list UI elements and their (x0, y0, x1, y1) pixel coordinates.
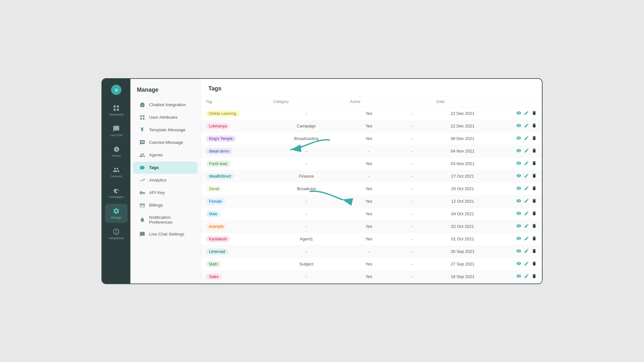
view-icon[interactable] (516, 186, 521, 192)
row-actions (499, 110, 537, 116)
edit-icon[interactable] (524, 173, 529, 179)
delete-icon[interactable] (532, 110, 537, 116)
delete-icon[interactable] (532, 186, 537, 192)
extra-cell: - (393, 170, 431, 182)
delete-icon[interactable] (532, 198, 537, 204)
delete-icon[interactable] (532, 148, 537, 154)
sidebar-item-billings[interactable]: Billings (133, 199, 198, 211)
tag-cell: WealthDirect (201, 170, 268, 182)
date-cell: 22 Dec 2021 (431, 120, 494, 132)
active-cell: Yes (345, 132, 393, 145)
col-header-extra (393, 96, 431, 107)
active-cell: Yes (345, 107, 393, 120)
nav-item-integrations[interactable]: Integrations (105, 224, 128, 244)
col-header-tag: Tag (201, 96, 268, 107)
category-cell: Subject (268, 258, 345, 270)
nav-item-dashboard[interactable]: Dashboard (105, 101, 128, 120)
sidebar-item-api-key[interactable]: API Key (133, 187, 198, 199)
category-cell: - (268, 208, 345, 220)
sidebar-item-agents[interactable]: Agents (133, 149, 198, 161)
delete-icon[interactable] (532, 211, 537, 217)
edit-icon[interactable] (524, 186, 529, 192)
view-icon[interactable] (516, 135, 521, 142)
delete-icon[interactable] (532, 123, 537, 129)
edit-icon[interactable] (524, 110, 529, 116)
tag-cell: Male (201, 208, 268, 220)
edit-icon[interactable] (524, 135, 529, 142)
delete-icon[interactable] (532, 261, 537, 267)
edit-icon[interactable] (524, 236, 529, 242)
sidebar-item-tags[interactable]: Tags (133, 162, 198, 174)
view-icon[interactable] (516, 261, 521, 267)
row-actions (499, 248, 537, 255)
table-row: Limeroad - - - 30 Sep 2021 (201, 245, 542, 258)
col-header-date: Date (431, 96, 494, 107)
category-cell: Finance (268, 170, 345, 182)
tag-cell: Limeroad (201, 245, 268, 258)
view-icon[interactable] (516, 198, 521, 204)
date-cell: 03 Nov 2021 (431, 157, 494, 170)
edit-icon[interactable] (524, 248, 529, 255)
row-actions (499, 186, 537, 192)
actions-cell (494, 107, 542, 120)
view-icon[interactable] (516, 248, 521, 255)
sidebar-item-template-message[interactable]: Template Message (133, 124, 198, 136)
delete-icon[interactable] (532, 173, 537, 179)
view-icon[interactable] (516, 161, 521, 167)
delete-icon[interactable] (532, 135, 537, 142)
sidebar-item-canned-message[interactable]: Canned Message (133, 136, 198, 149)
edit-icon[interactable] (524, 223, 529, 229)
table-row: King's Temple Broadcasting Yes - 08 Dec … (201, 132, 542, 145)
nav-item-livechat[interactable]: Live Chat (105, 121, 128, 141)
active-cell: Yes (345, 233, 393, 245)
active-cell: Yes (345, 195, 393, 208)
view-icon[interactable] (516, 236, 521, 242)
delete-icon[interactable] (532, 236, 537, 242)
sidebar-item-notification[interactable]: Notification Preferences (133, 212, 198, 228)
actions-cell (494, 157, 542, 170)
tag-cell: Diwali (201, 182, 268, 195)
delete-icon[interactable] (532, 223, 537, 229)
edit-icon[interactable] (524, 123, 529, 129)
sidebar-item-analytics[interactable]: Analytics (133, 174, 198, 186)
edit-icon[interactable] (524, 274, 529, 280)
category-cell: - (268, 145, 345, 157)
nav-item-campaigns[interactable]: Campaigns (105, 183, 128, 202)
edit-icon[interactable] (524, 148, 529, 154)
tag-badge: Limeroad (206, 248, 228, 255)
category-cell: Campaign (268, 120, 345, 132)
active-cell: Yes (345, 157, 393, 170)
edit-icon[interactable] (524, 211, 529, 217)
sidebar-item-chatbot[interactable]: Chatbot Integration (133, 99, 198, 111)
view-icon[interactable] (516, 274, 521, 280)
tag-badge: Kamlakshi (206, 236, 230, 242)
view-icon[interactable] (516, 148, 521, 154)
view-icon[interactable] (516, 110, 521, 116)
edit-icon[interactable] (524, 198, 529, 204)
svg-rect-6 (140, 115, 142, 117)
view-icon[interactable] (516, 173, 521, 179)
category-cell: Broadcasting (268, 132, 345, 145)
col-header-actions (494, 96, 542, 107)
table-row: WealthDirect Finance - - 27 Oct 2021 (201, 170, 542, 182)
category-cell: - (268, 220, 345, 233)
view-icon[interactable] (516, 223, 521, 229)
edit-icon[interactable] (524, 161, 529, 167)
extra-cell: - (393, 132, 431, 145)
extra-cell: - (393, 245, 431, 258)
actions-cell (494, 170, 542, 182)
delete-icon[interactable] (532, 274, 537, 280)
view-icon[interactable] (516, 123, 521, 129)
nav-item-manage[interactable]: Manage (105, 204, 128, 223)
sidebar-item-livechat-settings[interactable]: Live Chat Settings (133, 228, 198, 240)
date-cell: 04 Nov 2021 (431, 145, 494, 157)
active-cell: - (345, 245, 393, 258)
delete-icon[interactable] (532, 161, 537, 167)
nav-item-history[interactable]: History (105, 142, 128, 161)
view-icon[interactable] (516, 211, 521, 217)
delete-icon[interactable] (532, 248, 537, 255)
edit-icon[interactable] (524, 261, 529, 267)
date-cell: 01 Oct 2021 (431, 233, 494, 245)
sidebar-item-user-attributes[interactable]: User Attributes (133, 111, 198, 124)
nav-item-contacts[interactable]: Contacts (105, 162, 128, 182)
